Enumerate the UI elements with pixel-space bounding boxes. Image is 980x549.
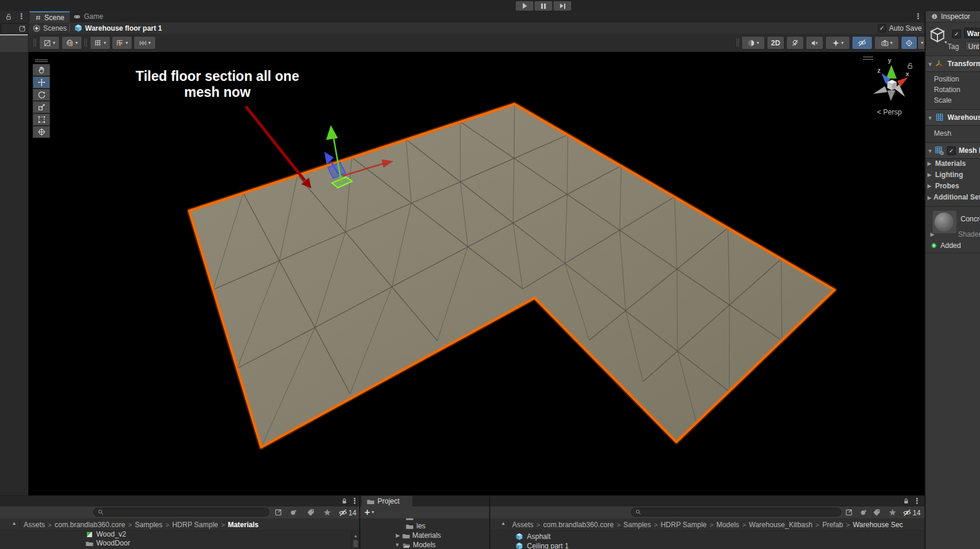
- lighting-foldout[interactable]: ▶Lighting: [927, 171, 963, 179]
- projection-label[interactable]: < Persp: [855, 108, 923, 116]
- crumb[interactable]: Samples: [623, 521, 651, 529]
- tag-filter-icon[interactable]: [872, 508, 881, 517]
- grid-snap-button[interactable]: ▾: [112, 36, 132, 50]
- neg-axis-cone[interactable]: [873, 86, 887, 94]
- scale-label[interactable]: Scale: [934, 96, 952, 104]
- tag-filter-icon[interactable]: [307, 508, 315, 517]
- rect-tool-button[interactable]: [32, 113, 50, 126]
- scene-visibility-button[interactable]: [852, 36, 872, 50]
- material-preview[interactable]: [933, 211, 956, 233]
- lock-icon[interactable]: [341, 498, 348, 505]
- hidden-count-eye-icon[interactable]: [338, 508, 347, 517]
- rotation-label[interactable]: Rotation: [934, 86, 961, 94]
- materials-foldout[interactable]: ▶Materials: [927, 159, 966, 168]
- palette-drag-handle[interactable]: [32, 58, 50, 64]
- mesh-renderer-header[interactable]: ▼ ✓ Mesh Renderer: [926, 142, 980, 159]
- tab-game[interactable]: Game: [73, 12, 103, 21]
- step-button[interactable]: [553, 1, 572, 11]
- create-asset-button[interactable]: + ▾: [364, 507, 374, 518]
- scene-effects-button[interactable]: ▾: [825, 36, 850, 50]
- additional-settings-foldout[interactable]: ▶ Additional Settings: [927, 193, 980, 201]
- position-label[interactable]: Position: [934, 75, 959, 83]
- collapse-arrow[interactable]: ▲: [12, 521, 17, 526]
- object-name-field[interactable]: Warehouse floor part 1: [964, 28, 980, 38]
- scene-view[interactable]: Tiled floor section all one mesh now y z…: [28, 52, 926, 495]
- pause-button[interactable]: [534, 1, 553, 11]
- draw-mode-button[interactable]: ▾: [741, 36, 765, 50]
- list-item[interactable]: WoodDoor: [86, 539, 130, 547]
- crumb[interactable]: Models: [717, 521, 740, 529]
- scroll-thumb[interactable]: [353, 540, 358, 547]
- shader-foldout-arrow[interactable]: ▶: [930, 231, 935, 237]
- breadcrumb[interactable]: Assets>com.brandlab360.core>Samples>HDRP…: [512, 521, 924, 529]
- crumb-current[interactable]: Materials: [228, 521, 259, 529]
- list-item[interactable]: Asphalt: [515, 532, 551, 541]
- kebab-menu-icon[interactable]: ⋮: [351, 496, 359, 505]
- tree-item[interactable]: ▶ Materials: [396, 531, 441, 540]
- gizmos-button[interactable]: [901, 36, 917, 50]
- package-filter-icon[interactable]: [289, 508, 298, 517]
- expand-arrow-icon[interactable]: ▶: [396, 532, 400, 538]
- crumb[interactable]: Assets: [512, 521, 533, 529]
- scene-lighting-button[interactable]: [786, 36, 804, 50]
- crumb[interactable]: Prefab: [822, 521, 843, 529]
- hand-tool-button[interactable]: [32, 64, 50, 76]
- crumb[interactable]: com.brandlab360.core: [543, 521, 613, 529]
- scene-audio-button[interactable]: [806, 36, 823, 50]
- pivot-globe-button[interactable]: ▾: [61, 36, 82, 50]
- transform-header[interactable]: ▼ Transform: [926, 55, 980, 72]
- popout-icon[interactable]: [18, 25, 26, 32]
- scrollbar[interactable]: ▲: [351, 531, 359, 549]
- tab-project[interactable]: Project: [362, 496, 412, 506]
- list-item[interactable]: Wood_v2: [86, 531, 126, 538]
- scroll-up-arrow[interactable]: ▲: [354, 534, 358, 538]
- kebab-menu-icon[interactable]: ⋮: [18, 12, 25, 21]
- play-button[interactable]: [515, 1, 534, 11]
- gizmo-lock-icon[interactable]: [906, 62, 914, 70]
- collapse-arrow-icon[interactable]: ▼: [927, 61, 933, 67]
- collapse-arrow-icon[interactable]: ▼: [395, 542, 400, 548]
- crumb[interactable]: Warehouse_Kitbash: [749, 521, 813, 529]
- breadcrumb-context[interactable]: Scenes: [43, 24, 67, 32]
- rotate-tool-button[interactable]: [32, 89, 50, 101]
- search-input[interactable]: [631, 508, 841, 517]
- y-axis-cone[interactable]: [886, 65, 897, 79]
- scene-camera-button[interactable]: ▾: [874, 36, 899, 50]
- breadcrumb[interactable]: Assets>com.brandlab360.core>Samples>HDRP…: [24, 521, 354, 529]
- mesh-filter-header[interactable]: ▼ Warehouse floor part 1: [926, 109, 980, 126]
- tool-handle-mode-button[interactable]: ▾: [39, 36, 60, 50]
- crumb[interactable]: HDRP Sample: [660, 521, 706, 529]
- scene-kebab-icon[interactable]: ⋮: [914, 12, 922, 21]
- active-checkbox[interactable]: ✓: [952, 30, 961, 38]
- lock-icon[interactable]: [903, 498, 910, 505]
- tag-dropdown[interactable]: Untagged: [965, 41, 980, 51]
- crumb-current[interactable]: Warehouse Sec: [853, 521, 903, 529]
- package-filter-icon[interactable]: [859, 508, 868, 517]
- collapse-arrow-icon[interactable]: ▼: [927, 148, 933, 154]
- list-item[interactable]: Ceiling part 1: [515, 542, 569, 549]
- kebab-menu-icon[interactable]: ⋮: [913, 496, 921, 505]
- hidden-count-eye-icon[interactable]: [903, 508, 911, 517]
- tab-inspector[interactable]: Inspector: [926, 11, 980, 22]
- orientation-gizmo[interactable]: y z x < Persp: [855, 55, 923, 120]
- popout-icon[interactable]: [845, 508, 853, 517]
- neg-axis-cone[interactable]: [887, 90, 896, 101]
- favorites-star-icon[interactable]: [323, 508, 331, 517]
- scale-tool-button[interactable]: [32, 101, 50, 113]
- move-tool-button[interactable]: [32, 76, 50, 89]
- chevron-down-icon[interactable]: ▾: [945, 40, 947, 45]
- lock-open-icon[interactable]: [5, 13, 12, 21]
- search-input[interactable]: [93, 508, 269, 517]
- grid-visibility-button[interactable]: ▾: [90, 36, 110, 50]
- crumb[interactable]: Assets: [24, 521, 45, 529]
- crumb[interactable]: HDRP Sample: [172, 521, 218, 529]
- crumb[interactable]: com.brandlab360.core: [54, 521, 125, 529]
- mesh-label[interactable]: Mesh: [934, 129, 951, 138]
- component-checkbox[interactable]: ✓: [947, 146, 956, 155]
- auto-save-checkbox[interactable]: ✓: [878, 24, 886, 32]
- favorites-star-icon[interactable]: [888, 508, 897, 517]
- collapse-arrow[interactable]: ▲: [501, 521, 506, 526]
- probes-foldout[interactable]: ▶Probes: [927, 182, 959, 190]
- tree-item[interactable]: les: [406, 522, 425, 530]
- crumb[interactable]: Samples: [135, 521, 162, 529]
